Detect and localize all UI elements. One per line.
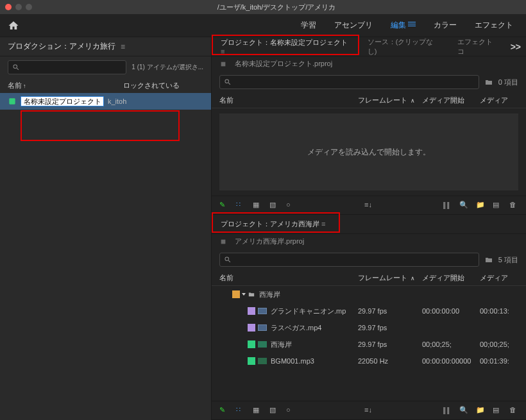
item-count: 5 項目 [498, 255, 518, 265]
zoom-slider-icon[interactable]: ○ [286, 406, 295, 415]
workspace-nav: 学習 アセンブリ 編集 カラー エフェクト [0, 14, 526, 37]
col-media-start[interactable]: メディア開始 [422, 96, 480, 105]
icon-view-icon[interactable]: ▦ [253, 406, 262, 415]
project-crumb: 名称未設定プロジェクト.prproj [212, 56, 526, 71]
tab-project[interactable]: プロジェクト：名称未設定プロジェクト ≡ [217, 38, 356, 55]
freeform-view-icon[interactable]: ▧ [269, 406, 278, 415]
write-indicator-icon[interactable]: ✎ [219, 201, 228, 210]
tab-effects[interactable]: エフェクトコ [454, 37, 503, 56]
find-icon[interactable]: 🔍 [459, 201, 468, 210]
close-window[interactable] [5, 4, 12, 10]
automate-icon[interactable]: ‖‖ [443, 406, 452, 415]
nav-color[interactable]: カラー [434, 20, 457, 31]
rename-input[interactable] [21, 96, 104, 106]
window-controls[interactable] [5, 4, 32, 10]
col-media-dur[interactable]: メディア [480, 273, 518, 283]
col-name[interactable]: 名前↑ [8, 81, 123, 90]
clip-framerate: 29.97 fps [358, 307, 422, 315]
clip-dur: 00:00:13: [480, 307, 518, 315]
search-input[interactable] [219, 75, 479, 89]
label-swatch [248, 357, 255, 365]
col-name[interactable]: 名前 [219, 96, 358, 105]
hamburger-icon [408, 21, 416, 28]
label-swatch [248, 340, 255, 348]
titlebar: /ユーザ/k_itoh/デスクトップ/アメリカ [0, 0, 526, 14]
zoom-slider-icon[interactable]: ○ [286, 201, 295, 210]
window-title: /ユーザ/k_itoh/デスクトップ/アメリカ [32, 3, 521, 12]
tab-source[interactable]: ソース：(クリップなし) [364, 37, 446, 56]
search-icon [12, 63, 20, 71]
clip-icon [258, 324, 267, 331]
search-input[interactable] [219, 253, 479, 267]
home-icon[interactable] [8, 20, 19, 31]
maximize-window[interactable] [26, 4, 32, 10]
clip-name: ラスベガス.mp4 [271, 323, 358, 333]
highlight-box [21, 110, 180, 141]
clip-dur: 00;00;25; [480, 340, 518, 348]
delete-icon[interactable]: 🗑 [509, 406, 518, 415]
search-icon [224, 78, 232, 86]
panel-tabs: プロジェクト：名称未設定プロジェクト ≡ ソース：(クリップなし) エフェクトコ… [212, 37, 526, 56]
panel-toolbar: ✎ ∷ ▦ ▧ ○ ≡↓ ‖‖ 🔍 📁 ▤ 🗑 [212, 196, 526, 215]
new-bin-icon[interactable]: 📁 [476, 201, 485, 210]
col-media-dur[interactable]: メディア [480, 96, 518, 105]
production-panel: プロダクション：アメリカ旅行 ≡ 1 (1) アイテムが選択さ... 名前↑ ロ… [0, 37, 212, 420]
clip-name: 西海岸 [271, 340, 358, 349]
search-input[interactable] [8, 60, 126, 74]
bin-row[interactable]: 西海岸 [212, 286, 526, 303]
list-view-icon[interactable]: ∷ [236, 406, 245, 415]
media-row[interactable]: 西海岸 29.97 fps 00;00;25; 00;00;25; [212, 336, 526, 353]
clip-framerate: 29.97 fps [358, 340, 422, 348]
nav-edit[interactable]: 編集 [391, 20, 416, 31]
freeform-view-icon[interactable]: ▧ [269, 201, 278, 210]
minimize-window[interactable] [15, 4, 22, 10]
new-bin-icon[interactable]: 📁 [476, 406, 485, 415]
bin-filter-icon[interactable] [484, 78, 493, 86]
clip-dur: 00:01:39: [480, 357, 518, 365]
panel-menu-icon[interactable]: ≡ [121, 42, 125, 51]
panel-tabs-2: プロジェクト：アメリカ西海岸 ≡ [212, 215, 526, 234]
icon-view-icon[interactable]: ▦ [253, 201, 262, 210]
panel-toolbar-2: ✎ ∷ ▦ ▧ ○ ≡↓ ‖‖ 🔍 📁 ▤ 🗑 [212, 401, 526, 420]
clip-start: 00;00;25; [422, 340, 480, 348]
search-icon [224, 256, 232, 264]
col-name[interactable]: 名前 [219, 273, 358, 283]
project-file-icon [219, 61, 227, 67]
media-row[interactable]: グランドキャニオン.mp 29.97 fps 00:00:00:00 00:00… [212, 303, 526, 319]
production-header: プロダクション：アメリカ旅行 ≡ [0, 37, 211, 56]
media-row[interactable]: BGM001.mp3 22050 Hz 00:00:00:00000 00:01… [212, 353, 526, 369]
delete-icon[interactable]: 🗑 [509, 201, 518, 210]
tab-project-2[interactable]: プロジェクト：アメリカ西海岸 ≡ [217, 219, 329, 229]
clip-icon [258, 308, 267, 314]
selection-count: 1 (1) アイテムが選択さ... [132, 63, 203, 72]
empty-media-area[interactable]: メディアを読み込んで開始します。 [219, 113, 518, 190]
write-indicator-icon[interactable]: ✎ [219, 406, 228, 415]
col-framerate[interactable]: フレームレート ∧ [358, 96, 422, 105]
disclosure-icon[interactable] [242, 293, 246, 296]
col-lock[interactable]: ロックされている [123, 81, 180, 90]
column-headers: 名前 フレームレート ∧ メディア開始 メディア [212, 93, 526, 108]
sort-icon[interactable]: ≡↓ [364, 201, 373, 210]
audio-icon [258, 358, 267, 364]
item-count: 0 項目 [498, 78, 518, 87]
clip-name: BGM001.mp3 [271, 357, 358, 365]
clip-name: グランドキャニオン.mp [271, 307, 358, 316]
find-icon[interactable]: 🔍 [459, 406, 468, 415]
nav-assembly[interactable]: アセンブリ [334, 20, 373, 31]
bin-filter-icon[interactable] [484, 256, 493, 264]
project-item-row[interactable]: k_itoh [0, 93, 211, 110]
nav-effects[interactable]: エフェクト [475, 20, 513, 31]
new-item-icon[interactable]: ▤ [493, 201, 502, 210]
media-row[interactable]: ラスベガス.mp4 29.97 fps [212, 319, 526, 336]
more-tabs-icon[interactable]: >> [511, 42, 521, 52]
nav-learn[interactable]: 学習 [301, 20, 316, 31]
list-view-icon[interactable]: ∷ [236, 201, 245, 210]
new-item-icon[interactable]: ▤ [493, 406, 502, 415]
automate-icon[interactable]: ‖‖ [443, 201, 452, 210]
col-framerate[interactable]: フレームレート ∧ [358, 273, 422, 283]
column-headers: 名前↑ ロックされている [0, 78, 211, 93]
project-crumb-2: アメリカ西海岸.prproj [212, 234, 526, 249]
col-media-start[interactable]: メディア開始 [422, 273, 480, 283]
sort-icon[interactable]: ≡↓ [364, 406, 373, 415]
label-swatch [248, 324, 255, 332]
